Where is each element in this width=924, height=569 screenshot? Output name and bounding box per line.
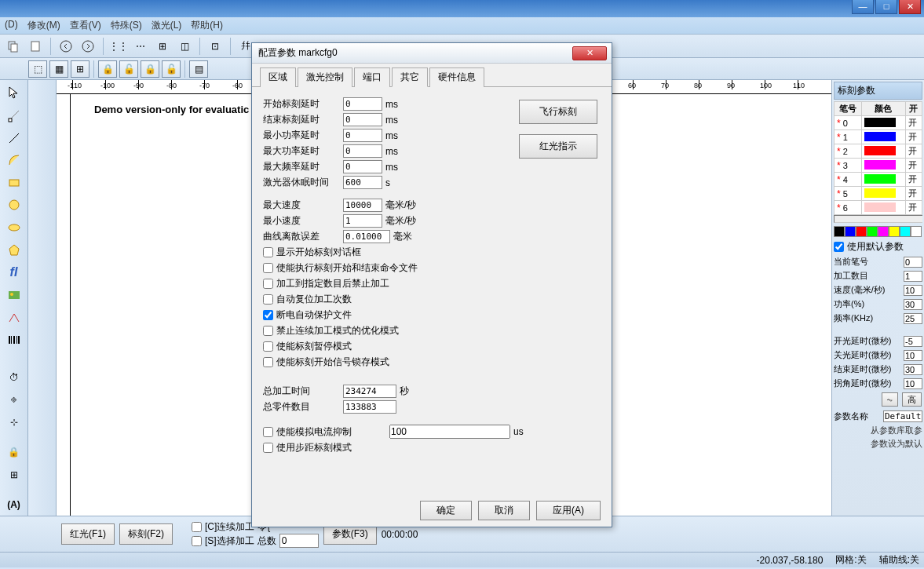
vector-icon[interactable] <box>2 307 26 328</box>
wave-button[interactable]: ⏦ <box>882 392 898 407</box>
color-swatch[interactable] <box>878 226 889 237</box>
start-delay-input[interactable] <box>343 97 382 111</box>
menu-laser[interactable]: 激光(L) <box>152 19 182 32</box>
pointer-icon[interactable] <box>2 82 26 104</box>
apply-button[interactable]: 应用(A) <box>536 501 601 520</box>
font-a-icon[interactable]: (A) <box>2 494 26 515</box>
paste-icon[interactable] <box>27 38 44 55</box>
circle-icon[interactable] <box>2 195 26 216</box>
unlock-icon[interactable]: 🔓 <box>119 60 138 78</box>
off-delay-input[interactable] <box>904 350 922 361</box>
window-close-button[interactable]: ✕ <box>899 0 921 14</box>
power-input[interactable] <box>904 299 922 310</box>
snap1-icon[interactable]: ⋮⋮ <box>110 38 127 55</box>
table-row[interactable]: * 1开 <box>835 130 922 144</box>
copy-icon[interactable] <box>5 38 22 55</box>
snap-grid-icon[interactable]: ⊞ <box>71 60 89 78</box>
select-mode-icon[interactable]: ⬚ <box>28 60 47 78</box>
image-icon[interactable] <box>2 284 26 305</box>
snap4-icon[interactable]: ◫ <box>176 38 193 55</box>
menu-help[interactable]: 帮助(H) <box>191 19 223 32</box>
load-from-lib-link[interactable]: 从参数库取参 <box>834 425 922 436</box>
nav-back-icon[interactable] <box>57 38 75 55</box>
fly-mark-button[interactable]: 飞行标刻 <box>519 100 597 124</box>
max-pwr-delay-input[interactable] <box>343 144 382 158</box>
show-start-dlg-checkbox[interactable] <box>263 247 273 257</box>
unlock2-icon[interactable]: 🔓 <box>162 60 181 78</box>
menu-modify[interactable]: 修改(M) <box>27 19 60 32</box>
min-speed-input[interactable] <box>343 214 382 228</box>
laser-sleep-input[interactable] <box>343 176 382 189</box>
tab-port[interactable]: 端口 <box>354 67 390 87</box>
group-select-icon[interactable]: ▦ <box>49 60 68 78</box>
menu-special[interactable]: 特殊(S) <box>111 19 142 32</box>
color-swatch[interactable] <box>911 226 922 237</box>
mark-button[interactable]: 标刻(F2) <box>119 523 173 545</box>
color-palette[interactable] <box>834 226 922 237</box>
ok-button[interactable]: 确定 <box>420 501 472 520</box>
node-edit-icon[interactable] <box>2 105 26 126</box>
table-row[interactable]: * 0开 <box>835 116 922 130</box>
axis-icon[interactable]: ⊹ <box>2 412 26 433</box>
cancel-button[interactable]: 取消 <box>478 501 530 520</box>
max-speed-input[interactable] <box>343 199 382 212</box>
color-swatch[interactable] <box>867 226 878 237</box>
stop-after-count-checkbox[interactable] <box>263 279 273 289</box>
color-swatch[interactable] <box>889 226 900 237</box>
enable-lock-checkbox[interactable] <box>263 357 273 367</box>
proc-count-input[interactable] <box>904 271 922 282</box>
misc-icon[interactable]: ▤ <box>189 60 208 78</box>
color-swatch[interactable] <box>845 226 856 237</box>
barcode-icon[interactable] <box>2 330 26 351</box>
lock2-icon[interactable]: 🔒 <box>141 60 159 78</box>
enable-cmd-file-checkbox[interactable] <box>263 263 273 273</box>
menu-view[interactable]: 查看(V) <box>70 19 101 32</box>
red-light-button[interactable]: 红光(F1) <box>61 523 115 545</box>
sim-current-input[interactable] <box>389 425 510 439</box>
step-mark-checkbox[interactable] <box>263 443 273 453</box>
end-delay-input[interactable] <box>904 364 922 375</box>
power-off-protect-checkbox[interactable] <box>263 310 273 320</box>
lock-sidebar-icon[interactable]: 🔒 <box>2 442 26 463</box>
grid-toggle-icon[interactable]: ⊞ <box>2 464 26 485</box>
total-parts-input[interactable] <box>343 400 396 414</box>
lock-icon[interactable]: 🔒 <box>98 60 117 78</box>
min-pwr-delay-input[interactable] <box>343 129 382 142</box>
line-icon[interactable] <box>2 127 26 148</box>
table-row[interactable]: * 4开 <box>835 173 922 187</box>
advanced-button[interactable]: 高 <box>902 392 922 407</box>
total-time-input[interactable] <box>343 385 396 398</box>
end-mark-delay-input[interactable] <box>343 113 382 126</box>
use-default-checkbox[interactable] <box>834 242 844 252</box>
color-swatch[interactable] <box>856 226 867 237</box>
set-default-link[interactable]: 参数设为默认 <box>834 438 922 450</box>
nav-forward-icon[interactable] <box>79 38 97 55</box>
tab-hardware[interactable]: 硬件信息 <box>429 67 484 87</box>
rect-icon[interactable] <box>2 172 26 193</box>
tab-area[interactable]: 区域 <box>260 67 296 87</box>
speed-input[interactable] <box>904 285 922 296</box>
snap5-icon[interactable]: ⊡ <box>206 38 224 55</box>
color-swatch[interactable] <box>834 226 845 237</box>
on-delay-input[interactable] <box>904 336 922 347</box>
auto-reset-checkbox[interactable] <box>263 294 273 305</box>
red-indicate-button[interactable]: 红光指示 <box>519 134 597 159</box>
color-swatch[interactable] <box>900 226 911 237</box>
snap2-icon[interactable]: ⋯ <box>132 38 149 55</box>
curve-icon[interactable] <box>2 150 26 171</box>
ellipse-icon[interactable] <box>2 217 26 239</box>
pen-table[interactable]: 笔号颜色开 * 0开* 1开* 2开* 3开* 4开* 5开* 6开 <box>834 101 922 215</box>
sel-proc-checkbox[interactable] <box>192 536 202 546</box>
sim-current-checkbox[interactable] <box>263 427 273 437</box>
menu-d[interactable]: (D) <box>5 19 18 32</box>
enable-pause-checkbox[interactable] <box>263 341 273 352</box>
max-freq-delay-input[interactable] <box>343 160 382 173</box>
table-row[interactable]: * 2开 <box>835 144 922 159</box>
total-input[interactable] <box>279 534 319 548</box>
curve-err-input[interactable] <box>343 230 390 243</box>
corner-delay-input[interactable] <box>904 378 922 389</box>
minimize-button[interactable]: — <box>852 0 874 14</box>
disable-opt-checkbox[interactable] <box>263 326 273 336</box>
dialog-close-button[interactable]: ✕ <box>572 46 607 60</box>
tab-other[interactable]: 其它 <box>392 67 428 87</box>
